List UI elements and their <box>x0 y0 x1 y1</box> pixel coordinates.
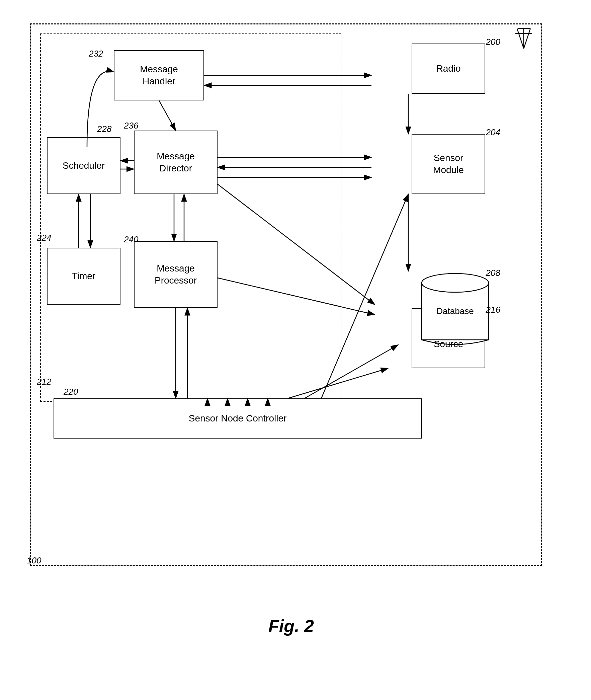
antenna-icon <box>514 25 534 52</box>
ref-204: 204 <box>486 127 500 138</box>
radio-block: Radio <box>412 44 485 94</box>
scheduler-block: Scheduler <box>47 137 121 194</box>
ref-100: 100 <box>27 555 41 566</box>
timer-block: Timer <box>47 248 121 305</box>
ref-200: 200 <box>486 37 500 47</box>
message-processor-block: MessageProcessor <box>134 241 217 308</box>
diagram: 100 212 MessageHandler Radio Scheduler M… <box>20 13 562 649</box>
database-block: Database <box>420 271 490 352</box>
svg-text:Database: Database <box>437 306 473 316</box>
ref-236: 236 <box>124 121 138 131</box>
ref-216: 216 <box>486 305 500 315</box>
ref-232: 232 <box>89 49 103 59</box>
figure-caption: Fig. 2 <box>268 616 314 636</box>
svg-line-0 <box>517 28 524 49</box>
sensor-module-block: SensorModule <box>412 134 485 194</box>
message-director-block: MessageDirector <box>134 131 217 194</box>
ref-224: 224 <box>37 233 51 243</box>
ref-208: 208 <box>486 268 500 278</box>
ref-212: 212 <box>37 377 51 387</box>
sensor-node-controller-block: Sensor Node Controller <box>54 398 422 439</box>
message-handler-block: MessageHandler <box>114 50 204 101</box>
svg-point-6 <box>422 273 488 292</box>
ref-220: 220 <box>64 387 78 397</box>
svg-line-1 <box>524 28 530 49</box>
ref-240: 240 <box>124 234 138 245</box>
ref-228: 228 <box>97 124 112 134</box>
